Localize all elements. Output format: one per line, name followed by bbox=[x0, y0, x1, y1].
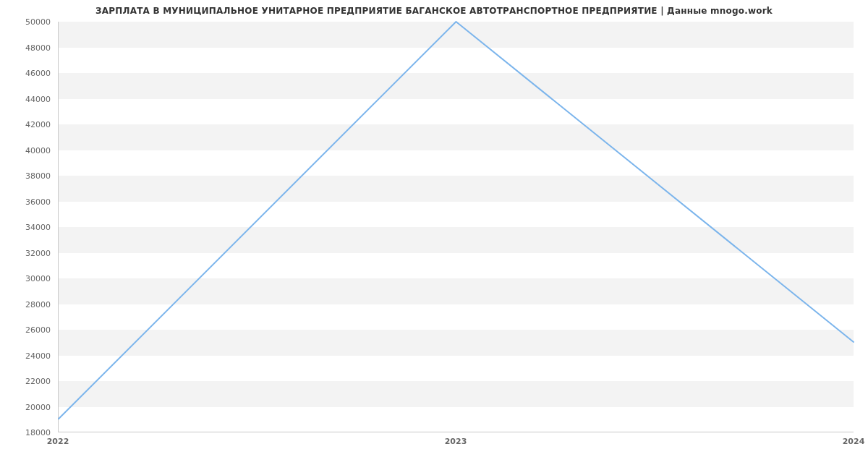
x-axis-ticks: 202220232024 bbox=[58, 432, 854, 461]
y-tick-label: 20000 bbox=[25, 402, 51, 411]
y-tick-label: 32000 bbox=[25, 248, 51, 257]
x-tick-label: 2023 bbox=[445, 437, 467, 446]
y-tick-label: 26000 bbox=[25, 325, 51, 335]
x-tick-label: 2022 bbox=[47, 437, 69, 446]
y-tick-label: 18000 bbox=[25, 428, 51, 437]
y-tick-label: 40000 bbox=[25, 145, 51, 155]
y-tick-label: 44000 bbox=[25, 94, 51, 103]
y-tick-label: 38000 bbox=[25, 171, 51, 181]
y-tick-label: 50000 bbox=[25, 17, 51, 27]
y-tick-label: 24000 bbox=[25, 351, 51, 360]
y-axis-ticks: 1800020000220002400026000280003000032000… bbox=[0, 22, 58, 432]
chart-title: ЗАРПЛАТА В МУНИЦИПАЛЬНОЕ УНИТАРНОЕ ПРЕДП… bbox=[0, 6, 868, 16]
y-tick-label: 36000 bbox=[25, 197, 51, 206]
plot-area bbox=[58, 22, 854, 432]
y-tick-label: 48000 bbox=[25, 43, 51, 52]
y-tick-label: 22000 bbox=[25, 377, 51, 386]
y-tick-label: 30000 bbox=[25, 274, 51, 283]
y-tick-label: 42000 bbox=[25, 120, 51, 129]
x-tick-label: 2024 bbox=[843, 437, 865, 446]
chart-container: ЗАРПЛАТА В МУНИЦИПАЛЬНОЕ УНИТАРНОЕ ПРЕДП… bbox=[0, 0, 868, 470]
y-tick-label: 28000 bbox=[25, 299, 51, 309]
y-tick-label: 46000 bbox=[25, 69, 51, 78]
y-tick-label: 34000 bbox=[25, 223, 51, 232]
line-series bbox=[59, 22, 854, 432]
